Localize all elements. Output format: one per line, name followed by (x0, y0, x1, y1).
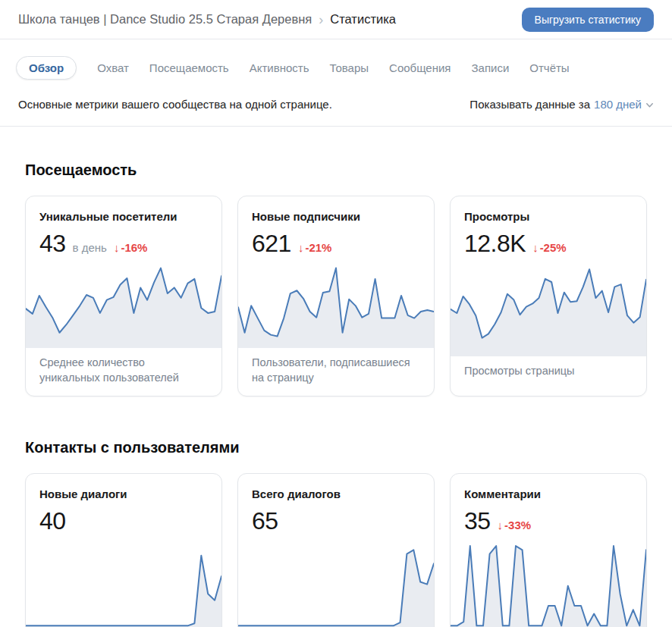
export-statistics-button[interactable]: Выгрузить статистику (522, 8, 654, 32)
card-title: Всего диалогов (252, 487, 420, 500)
card-value-row: 621↓-21% (252, 230, 420, 258)
stat-card[interactable]: Уникальные посетители43в день↓-16%Средне… (25, 196, 222, 397)
sparkline-chart (26, 541, 221, 627)
tab-soobshcheniya[interactable]: Сообщения (389, 61, 451, 74)
section-title: Посещаемость (25, 161, 647, 179)
sparkline-container (26, 541, 221, 627)
metric-delta: ↓-33% (498, 519, 532, 531)
arrow-down-icon: ↓ (114, 241, 120, 254)
metric-value: 65 (252, 507, 278, 535)
sparkline-chart (451, 541, 646, 627)
card-value-row: 43в день↓-16% (39, 230, 208, 258)
stat-card[interactable]: Комментарии35↓-33% (450, 473, 647, 627)
card-title: Комментарии (464, 487, 633, 500)
page-header: Школа танцев | Dance Studio 25.5 Старая … (0, 0, 672, 39)
sparkline-chart (238, 541, 434, 627)
sparkline-chart (238, 264, 434, 348)
breadcrumb-community-link[interactable]: Школа танцев | Dance Studio 25.5 Старая … (18, 12, 312, 27)
main-content: ПосещаемостьУникальные посетители43в ден… (0, 161, 672, 627)
metric-value: 621 (252, 230, 291, 258)
tab-aktivnost[interactable]: Активность (250, 61, 309, 74)
stat-card[interactable]: Всего диалогов65 (237, 473, 435, 627)
tab-zapisi[interactable]: Записи (471, 61, 509, 74)
period-value: 180 дней (594, 98, 642, 111)
sparkline-container (451, 264, 646, 356)
period-selector[interactable]: Показывать данные за 180 дней (469, 98, 654, 111)
arrow-down-icon: ↓ (532, 241, 539, 254)
metric-unit: в день (73, 241, 107, 254)
metric-value: 43 (39, 230, 66, 258)
delta-percent: -33% (504, 519, 531, 531)
metric-delta: ↓-21% (298, 241, 332, 254)
card-title: Новые подписчики (252, 210, 420, 223)
card-value-row: 35↓-33% (464, 507, 633, 535)
stat-card[interactable]: Новые подписчики621↓-21%Пользователи, по… (237, 196, 435, 397)
card-value-row: 65 (252, 507, 420, 535)
sparkline-container (26, 264, 221, 348)
period-label: Показывать данные за (469, 98, 590, 111)
sparkline-chart (26, 264, 221, 348)
stat-card[interactable]: Просмотры12.8K↓-25%Просмотры страницы (450, 196, 647, 397)
breadcrumb: Школа танцев | Dance Studio 25.5 Старая … (18, 12, 396, 27)
arrow-down-icon: ↓ (298, 241, 304, 254)
card-caption: Среднее количество уникальных пользовате… (26, 348, 221, 396)
cards-row: Уникальные посетители43в день↓-16%Средне… (25, 196, 647, 397)
delta-percent: -16% (121, 241, 147, 254)
section-title: Контакты с пользователями (25, 439, 647, 456)
metric-delta: ↓-25% (532, 241, 567, 254)
card-caption: Пользователи, подписавшиеся на страницу (238, 348, 434, 396)
metric-delta: ↓-16% (114, 241, 148, 254)
card-title: Уникальные посетители (39, 210, 208, 223)
chevron-down-icon (645, 101, 654, 109)
sparkline-container (238, 264, 434, 348)
card-head: Новые подписчики621↓-21% (238, 196, 434, 258)
card-value-row: 40 (39, 507, 208, 535)
stat-card[interactable]: Новые диалоги40 (25, 473, 222, 627)
sparkline-container (451, 541, 646, 627)
tabs-row: ОбзорОхватПосещаемостьАктивностьТоварыСо… (0, 39, 672, 87)
delta-percent: -25% (540, 241, 567, 254)
tab-tovary[interactable]: Товары (329, 61, 369, 74)
breadcrumb-current: Статистика (330, 12, 396, 27)
metric-value: 35 (464, 507, 491, 535)
tab-ohvat[interactable]: Охват (97, 61, 129, 74)
card-head: Просмотры12.8K↓-25% (451, 196, 646, 258)
tab-otchety[interactable]: Отчёты (529, 61, 569, 74)
page-description: Основные метрики вашего сообщества на од… (18, 98, 332, 111)
card-head: Уникальные посетители43в день↓-16% (26, 196, 221, 258)
card-head: Всего диалогов65 (238, 474, 434, 535)
card-value-row: 12.8K↓-25% (464, 230, 633, 258)
card-title: Просмотры (464, 210, 633, 223)
tab-poseshchaemost[interactable]: Посещаемость (149, 61, 229, 74)
sparkline-chart (451, 264, 646, 356)
card-head: Комментарии35↓-33% (451, 474, 646, 535)
arrow-down-icon: ↓ (498, 519, 504, 531)
subheader-row: Основные метрики вашего сообщества на од… (0, 87, 672, 127)
tab-obzor[interactable]: Обзор (16, 56, 77, 80)
card-head: Новые диалоги40 (26, 474, 221, 535)
cards-row: Новые диалоги40Всего диалогов65Комментар… (25, 473, 647, 627)
card-caption: Просмотры страницы (451, 356, 646, 389)
sparkline-container (238, 541, 434, 627)
card-title: Новые диалоги (39, 487, 208, 500)
breadcrumb-separator-icon: › (319, 13, 323, 27)
metric-value: 40 (39, 507, 66, 535)
metric-value: 12.8K (464, 230, 526, 258)
delta-percent: -21% (305, 241, 331, 254)
